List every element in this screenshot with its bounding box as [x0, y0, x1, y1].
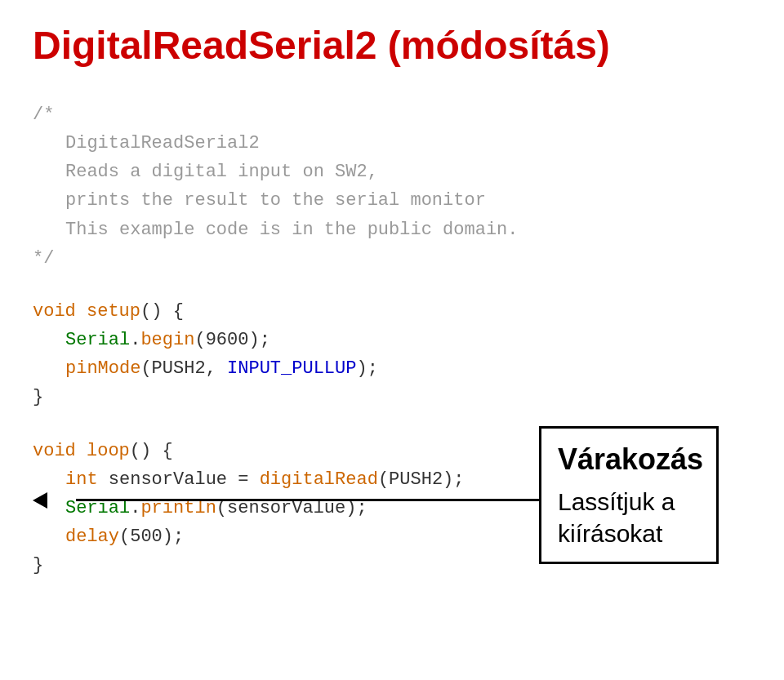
comment-end: */ — [33, 244, 751, 273]
pinmode-call: pinMode(PUSH2, INPUT_PULLUP); — [33, 354, 751, 383]
setup-declaration: void setup() { — [33, 297, 751, 326]
setup-close: } — [33, 383, 751, 411]
comment-line3: prints the result to the serial monitor — [33, 186, 751, 215]
page-title: DigitalReadSerial2 (módosítás) — [33, 24, 751, 68]
comment-line2: Reads a digital input on SW2, — [33, 158, 751, 186]
annotation-subtitle: Lassítjuk a kiírásokat — [558, 486, 700, 549]
comment-line1: DigitalReadSerial2 — [33, 129, 751, 158]
comment-start: /* — [33, 100, 751, 129]
comment-line4: This example code is in the public domai… — [33, 216, 751, 244]
arrow-container — [33, 492, 539, 509]
serial-begin: Serial.begin(9600); — [33, 326, 751, 354]
arrow-head — [33, 492, 47, 509]
arrow-line — [76, 499, 539, 501]
code-block: /* DigitalReadSerial2 Reads a digital in… — [33, 100, 751, 580]
annotation-title: Várakozás — [558, 441, 700, 479]
annotation-box: Várakozás Lassítjuk a kiírásokat — [539, 426, 719, 564]
